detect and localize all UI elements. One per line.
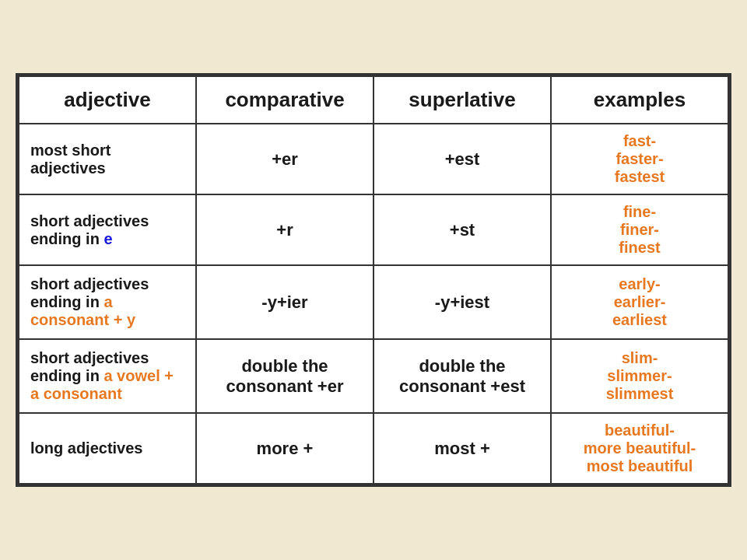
row-superlative-4: most + <box>374 413 551 484</box>
row-example-3: slim- slimmer- slimmest <box>551 339 728 413</box>
row-label-2: short adjectives ending in a consonant +… <box>19 265 196 339</box>
header-examples: examples <box>551 76 728 124</box>
row-comparative-1: +r <box>196 194 374 265</box>
row-comparative-2: -y+ier <box>196 265 374 339</box>
header-comparative: comparative <box>196 76 374 124</box>
row-label-1: short adjectives ending in e <box>19 194 196 265</box>
row-label-3: short adjectives ending in a vowel + a c… <box>19 339 196 413</box>
header-adjective: adjective <box>19 76 196 124</box>
row-superlative-0: +est <box>374 124 551 194</box>
grammar-table: adjective comparative superlative exampl… <box>16 73 731 487</box>
row-comparative-0: +er <box>196 124 374 194</box>
row-comparative-3: double the consonant +er <box>196 339 374 413</box>
row-comparative-4: more + <box>196 413 374 484</box>
row-superlative-3: double the consonant +est <box>374 339 551 413</box>
row-superlative-2: -y+iest <box>374 265 551 339</box>
header-superlative: superlative <box>374 76 551 124</box>
row-example-1: fine- finer- finest <box>551 194 728 265</box>
row-label-4: long adjectives <box>19 413 196 484</box>
row-example-4: beautiful- more beautiful- most beautifu… <box>551 413 728 484</box>
row-superlative-1: +st <box>374 194 551 265</box>
row-example-2: early- earlier- earliest <box>551 265 728 339</box>
row-label-0: most short adjectives <box>19 124 196 194</box>
row-example-0: fast- faster- fastest <box>551 124 728 194</box>
